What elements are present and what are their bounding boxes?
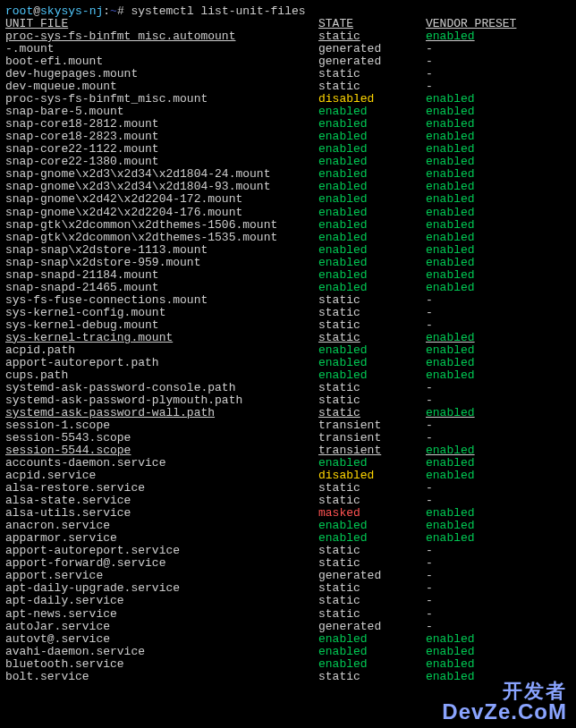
unit-preset: enabled: [426, 671, 571, 683]
unit-state: enabled: [318, 131, 426, 143]
table-row: systemd-ask-password-wall.pathstaticenab…: [5, 407, 571, 419]
unit-file-name: alsa-restore.service: [5, 482, 318, 495]
table-row: anacron.serviceenabledenabled: [5, 520, 571, 532]
shell-prompt[interactable]: root@skysys-nj:~# systemctl list-unit-fi…: [5, 5, 571, 18]
unit-preset: -: [426, 570, 571, 582]
table-row: apport-autoreport.pathenabledenabled: [5, 357, 571, 369]
unit-preset: -: [426, 432, 571, 444]
table-row: dev-mqueue.mountstatic-: [5, 80, 571, 93]
table-row: proc-sys-fs-binfmt_misc.automountstatice…: [5, 30, 571, 43]
unit-preset: enabled: [426, 30, 571, 43]
table-row: alsa-state.servicestatic-: [5, 495, 571, 507]
table-row: -.mountgenerated-: [5, 43, 571, 55]
unit-preset: -: [426, 307, 571, 319]
unit-preset: enabled: [426, 470, 571, 482]
table-row: apt-daily.servicestatic-: [5, 595, 571, 607]
unit-preset: enabled: [426, 93, 571, 106]
unit-file-name: proc-sys-fs-binfmt_misc.automount: [5, 30, 318, 43]
table-row: snap-core18-2823.mountenabledenabled: [5, 131, 571, 143]
unit-state: static: [318, 307, 426, 319]
table-row: snap-gtk\x2dcommon\x2dthemes-1535.mounte…: [5, 232, 571, 244]
unit-state: generated: [318, 55, 426, 68]
table-row: sys-kernel-debug.mountstatic-: [5, 319, 571, 332]
unit-file-name: snap-snap\x2dstore-959.mount: [5, 257, 318, 269]
unit-file-name: apport-forward@.service: [5, 557, 318, 570]
header-state: STATE: [318, 18, 426, 30]
table-row: snap-snap\x2dstore-1113.mountenabledenab…: [5, 244, 571, 257]
unit-file-name: apport.service: [5, 570, 318, 582]
unit-preset: -: [426, 482, 571, 495]
unit-state: enabled: [318, 646, 426, 658]
unit-state: static: [318, 671, 426, 683]
table-row: snap-snapd-21184.mountenabledenabled: [5, 269, 571, 282]
unit-preset: enabled: [426, 156, 571, 168]
table-row: sys-kernel-tracing.mountstaticenabled: [5, 332, 571, 344]
unit-file-name: apt-daily-upgrade.service: [5, 582, 318, 595]
unit-preset: enabled: [426, 344, 571, 357]
unit-file-name: autoJar.service: [5, 621, 318, 633]
unit-preset: -: [426, 68, 571, 80]
unit-preset: enabled: [426, 106, 571, 118]
unit-file-name: bluetooth.service: [5, 658, 318, 671]
unit-preset: -: [426, 557, 571, 570]
unit-file-name: acpid.path: [5, 344, 318, 357]
unit-state: static: [318, 30, 426, 43]
unit-state: enabled: [318, 357, 426, 369]
unit-preset: -: [426, 319, 571, 332]
unit-state: static: [318, 294, 426, 307]
unit-preset: enabled: [426, 244, 571, 257]
unit-file-name: snap-core18-2812.mount: [5, 118, 318, 131]
unit-state: enabled: [318, 457, 426, 470]
unit-file-name: sys-kernel-config.mount: [5, 307, 318, 319]
unit-state: generated: [318, 621, 426, 633]
unit-preset: enabled: [426, 332, 571, 344]
table-row: proc-sys-fs-binfmt_misc.mountdisabledena…: [5, 93, 571, 106]
table-row: apparmor.serviceenabledenabled: [5, 532, 571, 545]
unit-state: enabled: [318, 232, 426, 244]
unit-file-name: dev-mqueue.mount: [5, 80, 318, 93]
table-row: autoJar.servicegenerated-: [5, 621, 571, 633]
unit-file-name: alsa-utils.service: [5, 507, 318, 520]
unit-preset: -: [426, 394, 571, 407]
unit-file-name: dev-hugepages.mount: [5, 68, 318, 80]
unit-preset: -: [426, 621, 571, 633]
unit-state: enabled: [318, 369, 426, 382]
unit-state: disabled: [318, 470, 426, 482]
unit-state: masked: [318, 507, 426, 520]
unit-state: static: [318, 482, 426, 495]
unit-preset: enabled: [426, 357, 571, 369]
table-row: snap-core18-2812.mountenabledenabled: [5, 118, 571, 131]
unit-preset: enabled: [426, 193, 571, 206]
unit-file-name: session-5544.scope: [5, 444, 318, 457]
unit-file-name: apt-daily.service: [5, 595, 318, 607]
unit-state: enabled: [318, 143, 426, 156]
unit-state: transient: [318, 419, 426, 432]
table-row: apport-forward@.servicestatic-: [5, 557, 571, 570]
unit-state: enabled: [318, 106, 426, 118]
unit-preset: enabled: [426, 369, 571, 382]
unit-state: enabled: [318, 193, 426, 206]
unit-state: static: [318, 582, 426, 595]
table-row: snap-snap\x2dstore-959.mountenabledenabl…: [5, 257, 571, 269]
unit-file-name: systemd-ask-password-plymouth.path: [5, 394, 318, 407]
unit-state: enabled: [318, 282, 426, 294]
table-row: bolt.servicestaticenabled: [5, 671, 571, 683]
unit-file-name: snap-bare-5.mount: [5, 106, 318, 118]
unit-state: disabled: [318, 93, 426, 106]
unit-state: enabled: [318, 118, 426, 131]
table-row: snap-gnome\x2d42\x2d2204-176.mountenable…: [5, 207, 571, 219]
prompt-path: ~: [110, 4, 117, 18]
unit-preset: -: [426, 608, 571, 621]
unit-file-name: sys-fs-fuse-connections.mount: [5, 294, 318, 307]
unit-state: enabled: [318, 658, 426, 671]
unit-preset: -: [426, 419, 571, 432]
unit-preset: enabled: [426, 269, 571, 282]
unit-file-name: snap-snapd-21184.mount: [5, 269, 318, 282]
unit-state: static: [318, 557, 426, 570]
unit-state: enabled: [318, 244, 426, 257]
unit-file-name: anacron.service: [5, 520, 318, 532]
unit-preset: enabled: [426, 282, 571, 294]
table-row: snap-snapd-21465.mountenabledenabled: [5, 282, 571, 294]
header-preset: VENDOR PRESET: [426, 18, 571, 30]
unit-file-name: alsa-state.service: [5, 495, 318, 507]
